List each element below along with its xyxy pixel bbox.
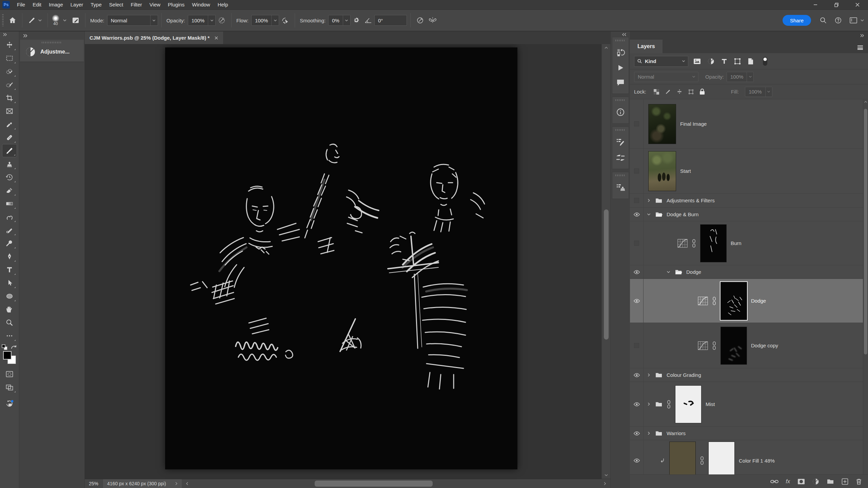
visibility-toggle[interactable]	[630, 221, 644, 265]
panel-grip[interactable]	[615, 129, 626, 131]
history-brush-tool[interactable]	[2, 170, 17, 184]
visibility-toggle[interactable]	[630, 427, 644, 440]
minimize-button[interactable]	[805, 0, 826, 9]
layer-mask-thumbnail-selected[interactable]	[721, 282, 747, 320]
default-colors-button[interactable]	[2, 344, 8, 350]
quick-mask-button[interactable]	[2, 367, 17, 381]
link-layers-button[interactable]	[770, 479, 778, 484]
visibility-toggle[interactable]	[630, 194, 644, 207]
brush-size-picker[interactable]: 40	[52, 15, 59, 26]
layer-name[interactable]: Dodge	[751, 298, 766, 304]
curves-adjustment-icon[interactable]	[698, 297, 708, 305]
visibility-toggle[interactable]	[630, 368, 644, 382]
layer-name[interactable]: Dodge	[686, 269, 701, 275]
layer-mask-thumbnail[interactable]	[700, 224, 727, 262]
lock-all-button[interactable]	[698, 88, 706, 95]
brush-settings-panel-button[interactable]	[616, 134, 625, 150]
mask-link-icon[interactable]	[700, 456, 704, 465]
eyedropper-tool[interactable]	[2, 118, 17, 131]
document-info[interactable]: 4160 px x 6240 px (300 ppi)	[103, 479, 182, 488]
lock-artboard-button[interactable]	[687, 89, 695, 95]
visibility-toggle[interactable]	[630, 149, 644, 193]
layer-row-colour-grading[interactable]: Colour Grading	[630, 368, 868, 382]
new-group-button[interactable]	[827, 479, 834, 485]
chevron-right-icon[interactable]	[175, 482, 178, 486]
chevron-down-icon[interactable]	[63, 19, 67, 22]
toggle-brush-settings-button[interactable]	[70, 16, 82, 24]
workspace-switcher[interactable]	[846, 17, 868, 24]
layer-row-warriors[interactable]: Warriors	[630, 427, 868, 440]
fill-color-thumbnail[interactable]	[669, 442, 696, 474]
menu-help[interactable]: Help	[214, 0, 232, 9]
home-button[interactable]	[6, 16, 19, 24]
shape-layer-filter-button[interactable]	[732, 58, 743, 65]
scroll-up-icon[interactable]	[604, 44, 608, 52]
layer-name[interactable]: Final Image	[680, 121, 707, 127]
smudge-tool[interactable]	[2, 210, 17, 223]
layer-name[interactable]: Warriors	[667, 430, 686, 436]
layer-name[interactable]: Colour Grading	[667, 372, 701, 378]
chevron-left-icon[interactable]	[182, 482, 193, 486]
type-tool[interactable]	[2, 263, 17, 276]
crop-tool[interactable]	[2, 91, 17, 104]
panel-grip[interactable]	[615, 40, 626, 41]
menu-filter[interactable]: Filter	[127, 0, 146, 9]
close-button[interactable]	[847, 0, 868, 9]
search-button[interactable]	[816, 17, 831, 24]
menu-view[interactable]: View	[146, 0, 164, 9]
opacity-field[interactable]: 100%	[188, 15, 216, 26]
mask-link-icon[interactable]	[692, 239, 696, 248]
info-panel-button[interactable]	[616, 104, 625, 120]
adjustments-panel-collapsed[interactable]: Adjustme...	[20, 40, 84, 62]
help-button[interactable]	[831, 17, 846, 24]
clone-source-panel-button[interactable]	[616, 180, 625, 195]
gradient-tool[interactable]	[2, 197, 17, 210]
panel-grip[interactable]	[615, 175, 626, 176]
visibility-toggle[interactable]	[630, 279, 644, 323]
menu-type[interactable]: Type	[87, 0, 105, 9]
mask-link-icon[interactable]	[712, 297, 716, 305]
foreground-color-swatch[interactable]	[3, 351, 12, 360]
layer-row-dodge-group[interactable]: Dodge	[630, 265, 868, 279]
visibility-toggle[interactable]	[630, 382, 644, 426]
dock-expand-control[interactable]	[19, 32, 84, 40]
layer-thumbnail[interactable]	[648, 104, 676, 144]
curves-adjustment-icon[interactable]	[698, 341, 708, 350]
collapse-group-chevron[interactable]	[666, 271, 671, 273]
pressure-opacity-button[interactable]	[216, 16, 228, 24]
selection-brush-tool[interactable]	[2, 65, 17, 78]
menu-image[interactable]: Image	[45, 0, 67, 9]
frame-tool[interactable]	[2, 104, 17, 118]
pressure-size-button[interactable]	[414, 16, 426, 24]
fill-field[interactable]: 100%	[745, 87, 772, 97]
eraser-tool[interactable]	[2, 184, 17, 197]
brushes-panel-button[interactable]	[616, 150, 625, 165]
adjustment-layer-filter-button[interactable]	[706, 58, 716, 65]
curves-adjustment-icon[interactable]	[677, 239, 688, 248]
layer-name[interactable]: Dodge copy	[751, 343, 778, 348]
layer-name[interactable]: Dodge & Burn	[667, 211, 698, 217]
tab-layers[interactable]: Layers	[630, 40, 663, 53]
panel-dock-collapse-control[interactable]	[630, 32, 868, 40]
toolbar-expand-control[interactable]	[0, 32, 7, 38]
rectangular-marquee-tool[interactable]	[2, 52, 17, 65]
flow-field[interactable]: 100%	[251, 15, 279, 26]
visibility-toggle[interactable]	[630, 99, 644, 148]
dodge-tool[interactable]	[2, 237, 17, 250]
layer-name[interactable]: Adjustments & Filters	[667, 198, 715, 203]
scroll-up-icon[interactable]	[863, 99, 868, 103]
layer-blend-mode-dropdown[interactable]: Normal	[634, 72, 698, 82]
layer-mask-thumbnail[interactable]	[708, 442, 735, 474]
layer-mask-thumbnail[interactable]	[721, 327, 747, 365]
layer-thumbnail[interactable]	[648, 151, 676, 191]
hand-tool[interactable]	[2, 303, 17, 316]
restore-button[interactable]	[826, 0, 847, 9]
visibility-toggle[interactable]	[630, 265, 644, 279]
layer-row-adjustments-filters[interactable]: Adjustments & Filters	[630, 194, 868, 208]
vertical-scrollbar[interactable]	[601, 44, 610, 479]
layer-row-color-fill[interactable]: Color Fill 1 48%	[630, 440, 868, 474]
history-panel-button[interactable]	[616, 45, 625, 60]
smoothing-field[interactable]: 0%	[328, 15, 351, 26]
layer-row-final-image[interactable]: Final Image	[630, 99, 868, 149]
chevron-right-icon[interactable]	[599, 482, 610, 486]
